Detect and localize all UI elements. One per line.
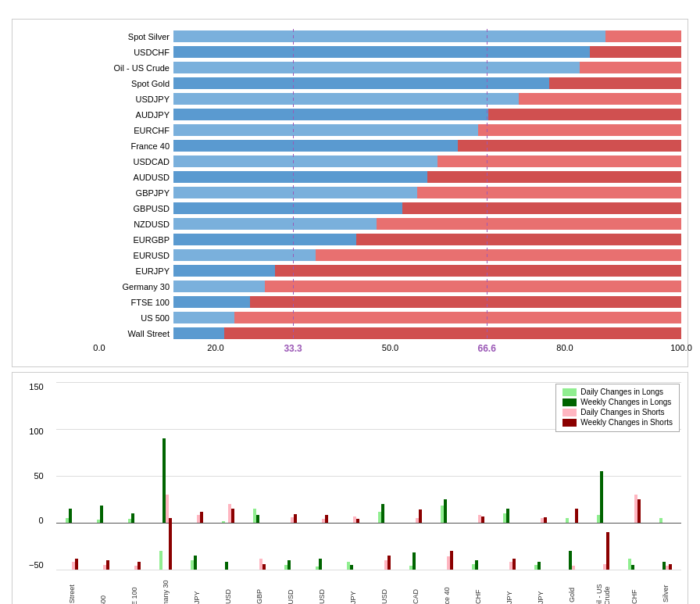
- x-label-bottom: USDJPY: [525, 574, 556, 604]
- bar-group: [431, 382, 462, 570]
- x-label-bottom: Germany 30: [150, 574, 181, 604]
- bar-row: EURUSD: [99, 248, 681, 263]
- x-tick-20: 20.0: [207, 343, 223, 352]
- x-label-bottom: FTSE 100: [119, 574, 150, 604]
- x-label-bottom: GBPJPY: [338, 574, 369, 604]
- bottom-chart-container: Daily Changes in LongsWeekly Changes in …: [12, 372, 688, 604]
- x-tick-80: 80.0: [556, 343, 573, 352]
- x-label-bottom: USDCAD: [400, 574, 431, 604]
- bar-row: USDCHF: [99, 45, 681, 59]
- legend-swatch: [562, 409, 577, 416]
- bar-group: [56, 382, 88, 570]
- bar-label: Germany 30: [99, 282, 173, 291]
- bar-label: Spot Gold: [99, 79, 173, 88]
- bar-label: EURCHF: [99, 126, 173, 135]
- bar-row: Spot Gold: [99, 76, 681, 91]
- bottom-bar: [481, 516, 484, 523]
- x-tick-33: 33.3: [284, 343, 302, 354]
- bar-row: France 40: [99, 138, 681, 153]
- bar-label: EURGBP: [99, 235, 173, 245]
- bar-group: [494, 382, 525, 570]
- bar-row: Germany 30: [99, 279, 681, 294]
- bar-short: [458, 140, 681, 152]
- bar-short: [275, 265, 681, 277]
- bar-long: [173, 30, 605, 42]
- bar-label: EURJPY: [99, 266, 173, 276]
- bar-long: [173, 77, 549, 89]
- bottom-bar: [450, 551, 453, 570]
- bar-short: [478, 124, 681, 136]
- x-label-bottom: AUDUSD: [369, 574, 400, 604]
- x-label-bottom: Oil - US Crude: [588, 574, 619, 604]
- bar-short: [427, 171, 681, 183]
- bar-row: EURJPY: [99, 263, 681, 278]
- x-label-bottom: Spot Silver: [650, 574, 681, 604]
- bar-group: [338, 382, 369, 570]
- bottom-bar: [388, 556, 391, 570]
- legend-item: Daily Changes in Longs: [562, 388, 673, 396]
- bar-row: Oil - US Crude: [99, 60, 681, 75]
- bar-short: [234, 312, 681, 323]
- bar-long: [173, 202, 402, 214]
- bar-label: France 40: [99, 141, 173, 151]
- bar-short: [265, 281, 681, 292]
- bar-short: [580, 62, 681, 73]
- bar-group: [212, 382, 244, 570]
- bottom-bar: [169, 518, 172, 570]
- x-tick-0: 0.0: [93, 343, 105, 352]
- bar-short: [356, 234, 681, 245]
- bar-short: [438, 155, 681, 167]
- bottom-bar: [575, 509, 578, 523]
- bar-label: NZDUSD: [99, 220, 173, 229]
- x-label-bottom: NZDUSD: [275, 574, 306, 604]
- x-label-bottom: Spot Gold: [556, 574, 588, 604]
- legend-item: Daily Changes in Shorts: [562, 408, 673, 416]
- legend-label: Weekly Changes in Shorts: [580, 418, 673, 427]
- bottom-bar: [606, 532, 609, 570]
- bar-group: [88, 382, 119, 570]
- bar-long: [173, 124, 478, 136]
- bar-row: AUDJPY: [99, 107, 681, 122]
- bar-long: [173, 281, 265, 292]
- bar-long: [173, 234, 356, 245]
- bar-group: [306, 382, 338, 570]
- bar-label: EURUSD: [99, 251, 173, 260]
- legend-swatch: [562, 398, 577, 406]
- bar-long: [173, 187, 417, 198]
- bar-long: [173, 62, 580, 73]
- bar-long: [173, 296, 250, 308]
- bar-group: [275, 382, 306, 570]
- bottom-bar: [419, 509, 422, 523]
- bar-long: [173, 109, 488, 120]
- x-label-bottom: EURJPY: [181, 574, 212, 604]
- bottom-bar: [262, 564, 266, 570]
- bottom-bar: [231, 509, 234, 523]
- bar-short: [605, 30, 682, 42]
- legend-swatch: [562, 419, 577, 427]
- y-ticks: 150 100 50 0 −50: [29, 382, 44, 570]
- bar-label: AUDUSD: [99, 173, 173, 182]
- x-label-bottom: EURGBP: [244, 574, 275, 604]
- bar-label: Oil - US Crude: [99, 63, 173, 73]
- bar-short: [488, 109, 681, 120]
- bar-group: [462, 382, 494, 570]
- bar-row: Wall Street: [99, 326, 681, 341]
- bar-label: Spot Silver: [99, 32, 173, 41]
- bar-group: [525, 382, 556, 570]
- bar-group: [244, 382, 275, 570]
- bar-group: [119, 382, 150, 570]
- bar-group: [369, 382, 400, 570]
- bar-long: [173, 218, 377, 230]
- bottom-bar: [75, 559, 78, 570]
- bar-long: [173, 140, 458, 152]
- bar-row: US 500: [99, 310, 681, 325]
- bar-label: FTSE 100: [99, 298, 173, 307]
- bar-long: [173, 265, 275, 277]
- bottom-bar: [106, 560, 109, 570]
- bottom-bar: [294, 514, 297, 523]
- bar-short: [519, 93, 681, 105]
- x-label-bottom: USDCHF: [619, 574, 650, 604]
- bar-long: [173, 155, 438, 167]
- bar-row: Spot Silver: [99, 29, 681, 44]
- bar-short: [224, 327, 681, 339]
